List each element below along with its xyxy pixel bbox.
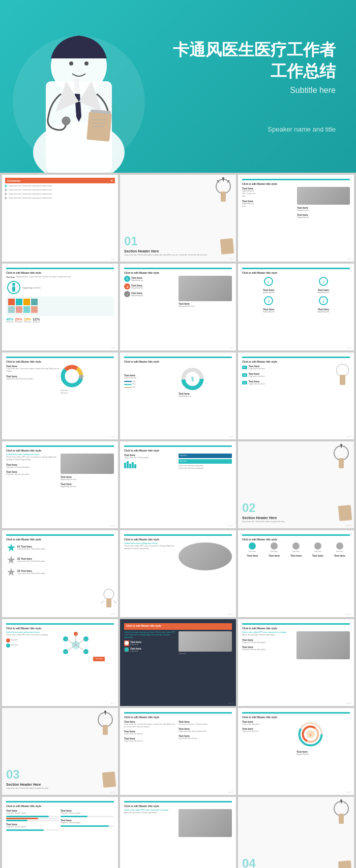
hero-slide: 卡通风医生医疗工作者 工作总结 Subtitle here Speaker na…: [0, 0, 356, 173]
slide-18: Click to edit Master title style Theme c…: [238, 619, 354, 706]
svg-text:$: $: [191, 376, 194, 382]
hero-subtitle: Subtitle here: [173, 86, 336, 95]
svg-rect-27: [31, 299, 38, 305]
slide-9: Click to edit Master title style 01 Text…: [238, 352, 354, 439]
slide-section2: 02 Section Header Here Copy some text. C…: [238, 441, 354, 528]
slide-section4: 04 Section Header Here Copy some text. C…: [238, 797, 354, 868]
svg-rect-25: [16, 299, 22, 305]
svg-rect-16: [221, 191, 226, 202]
slide-8: Click to edit Master title style Text he…: [120, 352, 236, 439]
svg-rect-71: [103, 725, 108, 735]
svg-point-73: [104, 711, 106, 713]
svg-point-70: [98, 713, 112, 727]
contents-item-4: Copy some text. Choose this and paste to…: [5, 197, 115, 200]
svg-rect-29: [16, 306, 22, 313]
svg-rect-26: [23, 299, 30, 305]
svg-rect-50: [340, 375, 345, 385]
slide-23: Click to edit Master title style Theme c…: [120, 797, 236, 868]
slide-16: Click to edit Master title style Unified…: [2, 619, 118, 706]
svg-point-49: [337, 364, 349, 376]
svg-rect-31: [31, 306, 38, 313]
svg-point-44: [66, 370, 78, 382]
svg-point-80: [334, 801, 348, 816]
slide-5: Click to edit Master title style $ Text …: [120, 264, 236, 350]
svg-text:3: 3: [268, 299, 270, 304]
slide-10: Click to edit Master title style Unified…: [2, 441, 118, 528]
svg-point-7: [62, 117, 70, 125]
contents-bar: Contents ✕: [5, 178, 115, 183]
contents-item-2: Copy some text. Choose this and paste to…: [5, 188, 115, 191]
svg-rect-23: [12, 286, 15, 292]
doctor-illustration: [0, 0, 178, 173]
svg-point-22: [12, 283, 15, 286]
slide-section1: 01 Section Header Here Copy some text. C…: [120, 175, 236, 262]
svg-rect-24: [8, 299, 15, 305]
slide-21: Click to edit Master title style Text he…: [238, 708, 354, 795]
slide-6: Click to edit Master title style 1 Text …: [238, 264, 354, 350]
slide-contents: Contents ✕ Copy some text. Choose this a…: [2, 175, 118, 262]
contents-item-1: Copy some text. Choose this and paste to…: [5, 184, 115, 187]
slide-3: Click to edit Master title style Text he…: [238, 175, 354, 262]
svg-line-58: [114, 601, 116, 603]
svg-point-6: [84, 61, 88, 66]
slide-7: Click to edit Master title style Text he…: [2, 352, 118, 439]
slide-15: Click to edit Master title style Text he…: [238, 530, 354, 617]
hero-text-block: 卡通风医生医疗工作者 工作总结 Subtitle here Speaker na…: [173, 40, 336, 133]
svg-point-5: [69, 61, 73, 66]
svg-text:1: 1: [268, 280, 270, 284]
svg-rect-28: [8, 306, 15, 313]
svg-rect-30: [23, 306, 30, 313]
svg-rect-56: [106, 598, 111, 607]
svg-text:4: 4: [322, 299, 325, 304]
svg-rect-52: [339, 458, 344, 468]
svg-point-54: [340, 444, 342, 446]
slide-20: Click to edit Master title style Text he…: [120, 708, 236, 795]
hero-speaker: Speaker name and title: [173, 125, 336, 133]
contents-item-3: Copy some text. Choose this and paste to…: [5, 192, 115, 196]
hero-title: 卡通风医生医疗工作者 工作总结: [173, 40, 336, 82]
slide-17: Click to edit Master title style Unified…: [120, 619, 236, 706]
slide-13: Click to edit Master title style 01 Text…: [2, 530, 118, 617]
slide-11: Click to edit Master title style Text he…: [120, 441, 236, 528]
slides-grid: Contents ✕ Copy some text. Choose this a…: [0, 173, 356, 868]
svg-point-83: [340, 799, 342, 801]
slide-section3: 03 Section Header Here Copy some text. C…: [2, 708, 118, 795]
svg-point-55: [104, 589, 114, 599]
svg-point-51: [334, 446, 348, 460]
slide-22: Click to edit Master title style Text he…: [2, 797, 118, 868]
slide-4: Click to edit Master title style Text he…: [2, 264, 118, 350]
slide-14: Click to edit Master title style Unified…: [120, 530, 236, 617]
svg-text:2: 2: [322, 280, 325, 284]
svg-line-57: [101, 601, 104, 603]
svg-rect-81: [339, 814, 344, 824]
svg-point-18: [222, 177, 224, 179]
